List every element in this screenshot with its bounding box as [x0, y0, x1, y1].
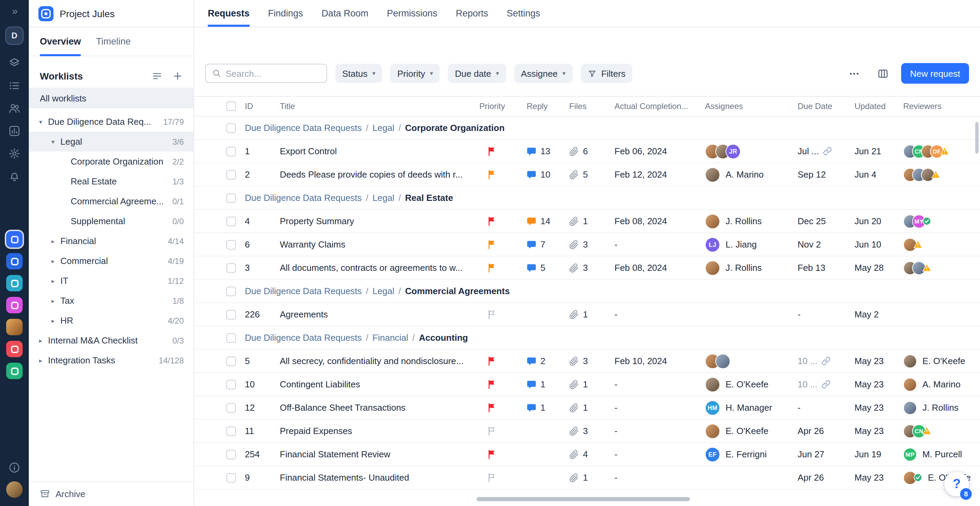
cell-reviewers[interactable]: E. O'Keefe	[903, 354, 980, 368]
cell-priority[interactable]	[479, 263, 527, 273]
group-checkbox[interactable]	[226, 123, 236, 133]
row-checkbox[interactable]	[226, 146, 236, 156]
col-assignees[interactable]: Assignees	[705, 102, 797, 111]
cell-priority[interactable]	[479, 239, 527, 250]
row-checkbox[interactable]	[226, 216, 236, 226]
table-row[interactable]: 254 Financial Statement Review 4 - EFE. …	[194, 443, 980, 466]
table-row[interactable]: 1 Export Control 13 6 Feb 06, 2024 JR Ju…	[194, 140, 980, 163]
cell-title[interactable]: Deeds Please provide copies of deeds wit…	[280, 169, 479, 180]
cell-priority[interactable]	[479, 473, 527, 483]
cell-priority[interactable]	[479, 146, 527, 156]
cell-reply[interactable]: 1	[527, 379, 569, 390]
chevron-right-icon[interactable]: ▸	[51, 277, 60, 284]
cell-due-date[interactable]: -	[797, 403, 854, 413]
cell-priority[interactable]	[479, 356, 527, 366]
table-row[interactable]: 3 All documents, contracts or agreements…	[194, 256, 980, 280]
table-row[interactable]: 12 Off-Balance Sheet Transactions 1 1 - …	[194, 396, 980, 420]
cell-title[interactable]: All secrecy, confidentiality and nondisc…	[280, 356, 479, 366]
cell-priority[interactable]	[479, 216, 527, 226]
cell-files[interactable]: 3	[569, 426, 614, 436]
row-checkbox[interactable]	[226, 403, 236, 412]
org-badge[interactable]: D	[6, 27, 22, 44]
workspace-tile[interactable]	[6, 231, 22, 248]
workspace-tile[interactable]	[6, 297, 22, 313]
cell-title[interactable]: Financial Statements- Unaudited	[280, 473, 479, 483]
select-all-checkbox[interactable]	[226, 102, 236, 111]
cell-assignees[interactable]: E. O'Keefe	[705, 423, 797, 438]
cell-assignees[interactable]: E. O'Keefe	[705, 377, 797, 392]
workspace-tile[interactable]	[6, 275, 22, 291]
cell-reply[interactable]: 7	[527, 239, 569, 250]
add-worklist-button[interactable]	[169, 67, 186, 85]
tab-data-room[interactable]: Data Room	[321, 0, 369, 27]
table-row[interactable]: 5 All secrecy, confidentiality and nondi…	[194, 350, 980, 373]
group-checkbox[interactable]	[226, 333, 236, 342]
col-files[interactable]: Files	[569, 102, 614, 111]
cell-files[interactable]: 1	[569, 309, 614, 320]
cell-reply[interactable]: 2	[527, 356, 569, 366]
cell-files[interactable]: 3	[569, 356, 614, 366]
cell-assignees[interactable]: J. Rollins	[705, 260, 797, 275]
search-box[interactable]	[205, 64, 327, 83]
chevron-right-icon[interactable]: ▸	[39, 337, 48, 344]
cell-due-date[interactable]: 10 ...	[797, 379, 854, 390]
cell-reviewers[interactable]	[903, 261, 980, 275]
cell-title[interactable]: Agreements	[280, 309, 479, 320]
people-icon[interactable]	[8, 102, 21, 115]
cell-due-date[interactable]: Apr 26	[797, 473, 854, 483]
cell-assignees[interactable]	[705, 353, 797, 369]
chevron-down-icon[interactable]: ▾	[39, 118, 48, 125]
cell-reviewers[interactable]: J. Rollins	[903, 401, 980, 414]
group-row[interactable]: Due Diligence Data Requests/Legal/Corpor…	[194, 116, 980, 140]
chevron-right-icon[interactable]: ▸	[51, 317, 60, 324]
cell-due-date[interactable]: Dec 25	[797, 216, 854, 226]
tree-item-it[interactable]: ▸IT1/12	[29, 271, 193, 291]
columns-button[interactable]	[872, 64, 893, 83]
cell-priority[interactable]	[479, 379, 527, 390]
user-avatar[interactable]	[6, 481, 22, 498]
horizontal-scrollbar[interactable]	[477, 497, 690, 501]
cell-title[interactable]: Property Summary	[280, 216, 479, 226]
cell-assignees[interactable]: HMH. Manager	[705, 400, 797, 415]
tab-findings[interactable]: Findings	[268, 0, 303, 27]
cell-priority[interactable]	[479, 426, 527, 436]
cell-priority[interactable]	[479, 169, 527, 180]
cell-files[interactable]: 5	[569, 169, 614, 180]
row-checkbox[interactable]	[226, 356, 236, 366]
cell-priority[interactable]	[479, 309, 527, 320]
status-filter-dropdown[interactable]: Status▾	[336, 64, 382, 83]
group-row[interactable]: Due Diligence Data Requests/Financial/Ac…	[194, 326, 980, 350]
chevron-right-icon[interactable]: ▸	[39, 357, 48, 364]
analytics-icon[interactable]	[8, 125, 21, 137]
tree-item-supplemental[interactable]: Supplemental0/0	[29, 211, 193, 231]
row-checkbox[interactable]	[226, 170, 236, 179]
archive-button[interactable]: Archive	[29, 481, 193, 506]
cell-priority[interactable]	[479, 449, 527, 459]
cell-reviewers[interactable]: A. Marino	[903, 377, 980, 391]
tab-requests[interactable]: Requests	[208, 0, 250, 27]
tree-item-internal-ma-checklist[interactable]: ▸Internal M&A Checklist0/3	[29, 331, 193, 350]
tree-item-financial[interactable]: ▸Financial4/14	[29, 231, 193, 251]
tree-item-commercial[interactable]: ▸Commercial4/19	[29, 251, 193, 271]
tree-item-due-diligence[interactable]: ▾Due Diligence Data Req...17/79	[29, 112, 193, 132]
chevron-down-icon[interactable]: ▾	[51, 138, 60, 145]
row-checkbox[interactable]	[226, 473, 236, 482]
workspace-tile[interactable]	[6, 363, 22, 379]
table-row[interactable]: 10 Contingent Liabilites 1 1 - E. O'Keef…	[194, 373, 980, 396]
table-row[interactable]: 4 Property Summary 14 1 Feb 08, 2024 J. …	[194, 210, 980, 233]
expand-rail-icon[interactable]: »	[12, 6, 17, 16]
cell-due-date[interactable]: -	[797, 309, 854, 320]
cell-reply[interactable]: 1	[527, 403, 569, 413]
vertical-scrollbar[interactable]	[975, 122, 978, 154]
table-row[interactable]: 226 Agreements 1 - - May 2	[194, 303, 980, 326]
tree-item-real-estate[interactable]: Real Estate1/3	[29, 172, 193, 191]
cell-reply[interactable]: 13	[527, 146, 569, 156]
cell-files[interactable]: 1	[569, 473, 614, 483]
group-row[interactable]: Due Diligence Data Requests/Legal/Commer…	[194, 280, 980, 303]
row-checkbox[interactable]	[226, 240, 236, 249]
more-actions-button[interactable]	[843, 64, 864, 83]
tab-settings[interactable]: Settings	[507, 0, 540, 27]
tab-overview[interactable]: Overview	[40, 27, 81, 56]
chevron-right-icon[interactable]: ▸	[51, 297, 60, 304]
tree-item-tax[interactable]: ▸Tax1/8	[29, 291, 193, 310]
